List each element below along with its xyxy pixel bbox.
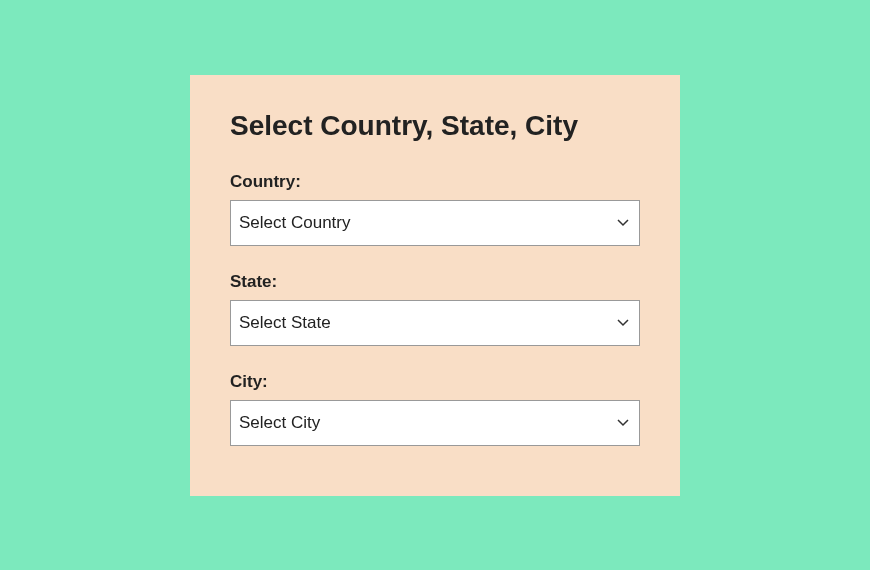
country-label: Country: <box>230 172 640 192</box>
page-title: Select Country, State, City <box>230 110 640 142</box>
state-select[interactable]: Select State <box>230 300 640 346</box>
country-select[interactable]: Select Country <box>230 200 640 246</box>
state-label: State: <box>230 272 640 292</box>
country-select-value: Select Country <box>239 213 351 233</box>
city-select-value: Select City <box>239 413 320 433</box>
chevron-down-icon <box>617 319 629 327</box>
city-select[interactable]: Select City <box>230 400 640 446</box>
country-field: Country: Select Country <box>230 172 640 246</box>
chevron-down-icon <box>617 219 629 227</box>
form-card: Select Country, State, City Country: Sel… <box>190 75 680 496</box>
city-field: City: Select City <box>230 372 640 446</box>
chevron-down-icon <box>617 419 629 427</box>
city-label: City: <box>230 372 640 392</box>
state-select-value: Select State <box>239 313 331 333</box>
state-field: State: Select State <box>230 272 640 346</box>
